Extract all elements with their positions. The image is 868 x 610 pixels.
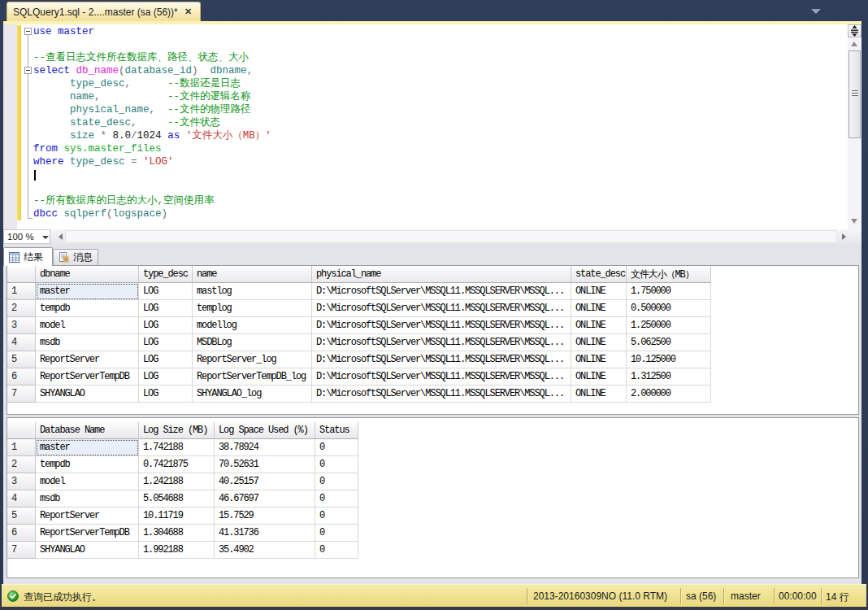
grid-column-header[interactable]: state_desc [571, 266, 627, 283]
grid-cell[interactable]: SHYANGLAO [36, 386, 139, 403]
grid-cell[interactable]: ONLINE [571, 317, 627, 334]
grid-cell[interactable]: LOG [139, 368, 193, 386]
grid-cell[interactable]: 2.000000 [627, 386, 711, 403]
grid-cell[interactable]: SHYANGLAO_log [193, 386, 312, 403]
grid-row-header[interactable]: 3 [7, 473, 36, 490]
grid-row-header[interactable]: 1 [7, 439, 36, 456]
grid-cell[interactable]: ReportServerTempDB [36, 368, 139, 386]
zoom-dropdown[interactable]: 100 % [3, 229, 50, 244]
grid-cell[interactable]: mastlog [193, 283, 312, 300]
grid-cell[interactable]: D:\MicrosoftSQLServer\MSSQL11.MSSQLSERVE… [312, 351, 571, 368]
grid-row-header[interactable]: 1 [7, 283, 36, 300]
grid-cell[interactable]: tempdb [36, 300, 139, 317]
grid-cell[interactable]: ONLINE [571, 334, 627, 351]
grid-cell[interactable]: 5.062500 [627, 334, 711, 351]
grid-cell[interactable]: 5.054688 [139, 490, 215, 508]
scroll-down-icon[interactable] [851, 219, 857, 224]
grid-row-header[interactable]: 5 [7, 351, 36, 368]
grid-column-header[interactable]: type_desc [139, 266, 193, 283]
grid-cell[interactable]: LOG [139, 334, 193, 351]
grid-cell[interactable]: 0 [315, 439, 358, 456]
tab-list-dropdown-icon[interactable] [811, 9, 821, 14]
grid-cell[interactable]: ReportServer_log [193, 351, 312, 368]
grid-cell[interactable]: D:\MicrosoftSQLServer\MSSQL11.MSSQLSERVE… [312, 317, 571, 334]
grid-cell[interactable]: 46.67697 [215, 490, 315, 508]
grid-row-header[interactable]: 7 [7, 386, 36, 403]
grid-cell[interactable]: 1.742188 [139, 439, 215, 456]
grid-cell[interactable]: model [36, 317, 139, 334]
grid-cell[interactable]: MSDBLog [193, 334, 312, 351]
tab-results[interactable]: 结果 [3, 247, 53, 266]
grid-cell[interactable]: model [36, 473, 139, 490]
grid-cell[interactable]: 1.304688 [139, 525, 215, 542]
document-tab[interactable]: SQLQuery1.sql - 2....master (sa (56))* ✕ [7, 2, 201, 21]
grid-cell[interactable]: msdb [36, 334, 139, 351]
grid-cell[interactable]: LOG [139, 283, 193, 300]
grid-cell[interactable]: 0 [315, 542, 358, 559]
sql-editor[interactable]: use master--查看日志文件所在数据库、路径、状态、大小select d… [3, 24, 861, 229]
grid-column-header[interactable]: Status [315, 422, 358, 439]
grid-cell[interactable]: 1.242188 [139, 473, 215, 490]
close-icon[interactable]: ✕ [182, 6, 194, 18]
grid-cell[interactable]: 0 [315, 525, 358, 542]
grid-cell[interactable]: 10.11719 [139, 508, 215, 525]
vertical-scroll-thumb[interactable] [848, 50, 861, 138]
grid-row-header[interactable]: 7 [7, 542, 36, 559]
grid-cell[interactable]: tempdb [36, 456, 139, 473]
grid-cell[interactable]: ReportServer [36, 508, 139, 525]
grid-cell[interactable]: ONLINE [571, 386, 627, 403]
grid-column-header[interactable]: physical_name [312, 266, 571, 283]
grid-corner-cell[interactable] [7, 422, 36, 439]
scroll-right-icon[interactable] [842, 233, 846, 240]
grid-cell[interactable]: 38.78924 [215, 439, 315, 456]
grid-column-header[interactable]: Log Size (MB) [139, 422, 215, 439]
scroll-up-icon[interactable] [851, 41, 857, 46]
grid-cell[interactable]: ONLINE [571, 351, 627, 368]
grid-cell[interactable]: SHYANGLAO [36, 542, 139, 559]
grid-column-header[interactable]: dbname [36, 266, 139, 283]
grid-row-header[interactable]: 4 [7, 334, 36, 351]
grid-row-header[interactable]: 3 [7, 317, 36, 334]
grid-row-header[interactable]: 4 [7, 490, 36, 508]
grid-cell[interactable]: ONLINE [571, 300, 627, 317]
grid-cell[interactable]: D:\MicrosoftSQLServer\MSSQL11.MSSQLSERVE… [312, 386, 571, 403]
sql-code[interactable]: use master--查看日志文件所在数据库、路径、状态、大小select d… [33, 25, 271, 220]
collapse-region-icon[interactable] [24, 67, 32, 74]
grid-cell[interactable]: ReportServerTempDB_log [193, 368, 312, 386]
grid-cell[interactable]: D:\MicrosoftSQLServer\MSSQL11.MSSQLSERVE… [312, 283, 571, 300]
grid-cell[interactable]: 1.250000 [627, 317, 711, 334]
grid-cell[interactable]: templog [193, 300, 312, 317]
grid-cell[interactable]: ReportServerTempDB [36, 525, 139, 542]
grid-cell[interactable]: 0 [315, 508, 358, 525]
editor-vertical-scrollbar[interactable] [848, 24, 861, 229]
grid-row-header[interactable]: 5 [7, 508, 36, 525]
grid-row-header[interactable]: 2 [7, 300, 36, 317]
grid-cell[interactable]: 1.992188 [139, 542, 215, 559]
grid-cell[interactable]: D:\MicrosoftSQLServer\MSSQL11.MSSQLSERVE… [312, 368, 571, 386]
collapse-region-icon[interactable] [24, 28, 32, 35]
grid-cell[interactable]: 70.52631 [215, 456, 315, 473]
grid-cell[interactable]: D:\MicrosoftSQLServer\MSSQL11.MSSQLSERVE… [312, 334, 571, 351]
grid-row-header[interactable]: 2 [7, 456, 36, 473]
grid-column-header[interactable]: Log Space Used (%) [215, 422, 315, 439]
grid-cell[interactable]: msdb [36, 490, 139, 508]
grid-column-header[interactable]: 文件大小（MB） [627, 266, 711, 283]
grid-corner-cell[interactable] [7, 266, 36, 283]
grid-cell[interactable]: 0 [315, 490, 358, 508]
grid-row-header[interactable]: 6 [7, 525, 36, 542]
grid-cell[interactable]: 0 [315, 473, 358, 490]
grid-cell[interactable]: LOG [139, 317, 193, 334]
grid-cell[interactable]: 41.31736 [215, 525, 315, 542]
grid-cell[interactable]: 15.7529 [215, 508, 315, 525]
grid-cell[interactable]: ONLINE [571, 283, 627, 300]
grid-cell[interactable]: LOG [139, 351, 193, 368]
grid-row-header[interactable]: 6 [7, 368, 36, 386]
tab-messages[interactable]: 消息 [53, 249, 98, 265]
grid-cell[interactable]: 0 [315, 456, 358, 473]
grid-cell[interactable]: ReportServer [36, 351, 139, 368]
grid-cell[interactable]: LOG [139, 386, 193, 403]
grid-cell[interactable]: D:\MicrosoftSQLServer\MSSQL11.MSSQLSERVE… [312, 300, 571, 317]
grid-cell[interactable]: master [36, 283, 139, 300]
grid-cell[interactable]: 1.750000 [627, 283, 711, 300]
grid-cell[interactable]: master [36, 439, 139, 456]
